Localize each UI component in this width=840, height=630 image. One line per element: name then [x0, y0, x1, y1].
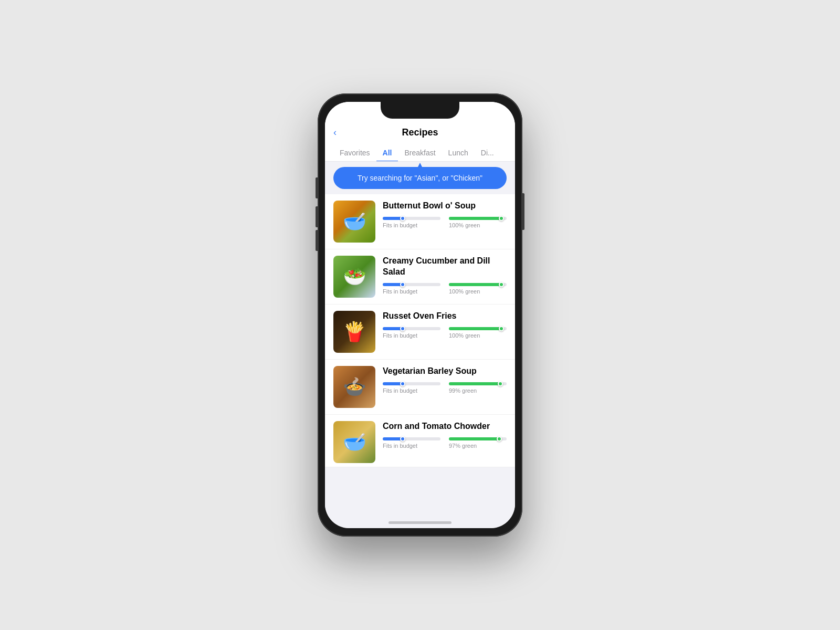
green-label: 100% green	[449, 222, 507, 228]
header-title-row: ‹ Recipes	[325, 127, 515, 144]
recipe-info: Corn and Tomato Chowder Fits in budget	[383, 421, 507, 449]
budget-knob	[400, 436, 405, 442]
green-knob	[497, 436, 502, 442]
recipe-metrics: Fits in budget 100% green	[383, 283, 507, 295]
green-bar-fill	[449, 283, 502, 286]
budget-bar	[383, 217, 440, 220]
green-knob	[499, 326, 504, 331]
budget-metric: Fits in budget	[383, 217, 440, 228]
budget-label: Fits in budget	[383, 387, 440, 394]
recipe-metrics: Fits in budget 100% green	[383, 327, 507, 339]
recipe-metrics: Fits in budget 97% green	[383, 437, 507, 449]
app-content: ‹ Recipes Favorites All Breakfast Lunch …	[325, 102, 515, 528]
recipe-metrics: Fits in budget 100% green	[383, 217, 507, 228]
recipe-metrics: Fits in budget 99% green	[383, 382, 507, 394]
search-banner-text: Try searching for "Asian", or "Chicken"	[358, 174, 482, 182]
recipe-image-fries	[333, 311, 375, 353]
recipe-item[interactable]: Butternut Bowl o' Soup Fits in budget	[325, 194, 515, 249]
green-label: 100% green	[449, 332, 507, 339]
budget-knob	[400, 326, 405, 331]
green-metric: 97% green	[449, 437, 507, 449]
budget-metric: Fits in budget	[383, 437, 440, 449]
recipe-image-barley	[333, 366, 375, 408]
green-metric: 99% green	[449, 382, 507, 394]
tab-lunch[interactable]: Lunch	[442, 144, 475, 161]
green-bar	[449, 382, 507, 385]
recipe-name: Corn and Tomato Chowder	[383, 421, 507, 432]
recipe-item[interactable]: Corn and Tomato Chowder Fits in budget	[325, 415, 515, 467]
budget-metric: Fits in budget	[383, 382, 440, 394]
budget-label: Fits in budget	[383, 332, 440, 339]
recipe-name: Creamy Cucumber and Dill Salad	[383, 256, 507, 278]
recipe-name: Russet Oven Fries	[383, 311, 507, 322]
budget-knob	[400, 381, 405, 386]
recipe-info: Butternut Bowl o' Soup Fits in budget	[383, 201, 507, 228]
recipe-image-butternut	[333, 201, 375, 243]
page-title: Recipes	[402, 127, 438, 138]
budget-bar	[383, 283, 440, 286]
green-metric: 100% green	[449, 327, 507, 339]
back-button[interactable]: ‹	[333, 127, 337, 138]
budget-label: Fits in budget	[383, 222, 440, 228]
budget-bar-fill	[383, 437, 403, 440]
green-label: 97% green	[449, 443, 507, 449]
green-bar-fill	[449, 217, 502, 220]
home-indicator	[388, 521, 452, 524]
budget-bar-fill	[383, 327, 403, 330]
search-banner[interactable]: Try searching for "Asian", or "Chicken"	[333, 167, 507, 189]
recipe-info: Creamy Cucumber and Dill Salad Fits in b…	[383, 256, 507, 295]
recipe-image-cucumber	[333, 256, 375, 298]
budget-metric: Fits in budget	[383, 327, 440, 339]
budget-bar	[383, 437, 440, 440]
recipe-item[interactable]: Vegetarian Barley Soup Fits in budget	[325, 360, 515, 415]
notch	[381, 102, 459, 119]
phone-screen: ‹ Recipes Favorites All Breakfast Lunch …	[325, 102, 515, 528]
green-bar	[449, 283, 507, 286]
budget-bar	[383, 327, 440, 330]
recipe-name: Butternut Bowl o' Soup	[383, 201, 507, 212]
green-knob	[499, 282, 504, 287]
recipe-list: Butternut Bowl o' Soup Fits in budget	[325, 194, 515, 467]
green-metric: 100% green	[449, 283, 507, 295]
green-bar-fill	[449, 437, 500, 440]
tab-dinner[interactable]: Di...	[475, 144, 500, 161]
tab-breakfast[interactable]: Breakfast	[398, 144, 442, 161]
budget-knob	[400, 282, 405, 287]
green-bar	[449, 437, 507, 440]
recipe-image-chowder	[333, 421, 375, 463]
recipe-info: Vegetarian Barley Soup Fits in budget	[383, 366, 507, 394]
green-bar-fill	[449, 382, 501, 385]
budget-knob	[400, 216, 405, 221]
recipe-info: Russet Oven Fries Fits in budget	[383, 311, 507, 339]
green-bar	[449, 217, 507, 220]
recipe-item[interactable]: Creamy Cucumber and Dill Salad Fits in b…	[325, 249, 515, 304]
green-label: 100% green	[449, 288, 507, 295]
budget-label: Fits in budget	[383, 443, 440, 449]
green-label: 99% green	[449, 387, 507, 394]
green-metric: 100% green	[449, 217, 507, 228]
green-bar	[449, 327, 507, 330]
phone-frame: ‹ Recipes Favorites All Breakfast Lunch …	[318, 93, 522, 537]
budget-bar	[383, 382, 440, 385]
budget-bar-fill	[383, 217, 403, 220]
budget-bar-fill	[383, 283, 403, 286]
tab-favorites[interactable]: Favorites	[333, 144, 376, 161]
recipe-name: Vegetarian Barley Soup	[383, 366, 507, 377]
green-knob	[499, 216, 504, 221]
budget-label: Fits in budget	[383, 288, 440, 295]
recipe-item[interactable]: Russet Oven Fries Fits in budget	[325, 304, 515, 360]
tab-all[interactable]: All	[376, 144, 398, 161]
tabs-container: Favorites All Breakfast Lunch Di...	[325, 144, 515, 162]
budget-metric: Fits in budget	[383, 283, 440, 295]
budget-bar-fill	[383, 382, 403, 385]
green-knob	[498, 381, 503, 386]
green-bar-fill	[449, 327, 502, 330]
